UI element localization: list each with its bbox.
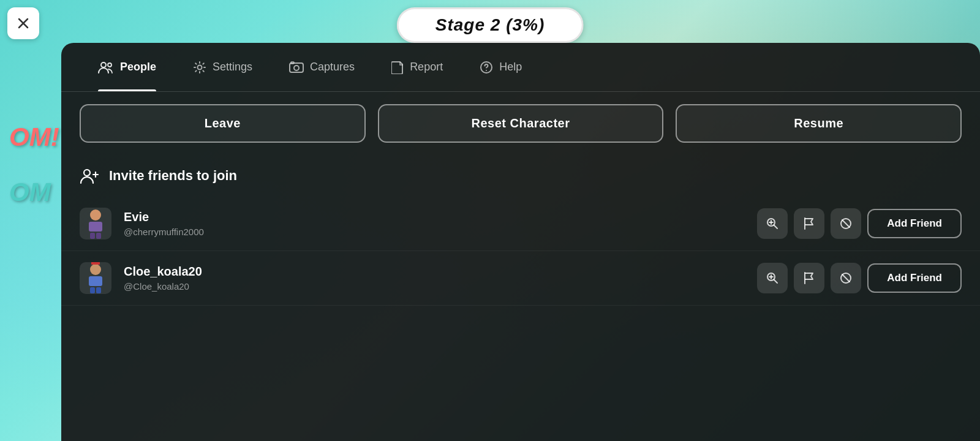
add-friend-button[interactable]: Add Friend (867, 209, 962, 238)
tab-help[interactable]: Help (461, 43, 540, 91)
help-icon (480, 61, 493, 74)
player-actions: Add Friend (757, 208, 962, 239)
deco-om-2: OM (9, 178, 51, 207)
menu-panel: People Settings Captures (61, 43, 980, 441)
people-icon (98, 61, 114, 74)
add-friend-button[interactable]: Add Friend (867, 263, 962, 293)
player-info: Evie @cherrymuffin2000 (124, 210, 745, 237)
player-row: Evie @cherrymuffin2000 (61, 197, 980, 251)
close-button[interactable] (7, 7, 39, 39)
tab-people[interactable]: People (80, 43, 175, 91)
tab-settings[interactable]: Settings (175, 43, 271, 91)
leave-button[interactable]: Leave (80, 104, 366, 143)
tab-help-label: Help (499, 61, 522, 74)
avatar-figure (85, 264, 107, 292)
svg-point-9 (486, 70, 487, 71)
svg-point-3 (108, 63, 111, 67)
block-player-button[interactable] (831, 208, 861, 239)
invite-text: Invite friends to join (109, 168, 237, 184)
close-icon (17, 17, 29, 29)
inspect-button[interactable] (757, 208, 788, 239)
settings-icon (193, 61, 206, 74)
resume-button[interactable]: Resume (676, 104, 962, 143)
svg-line-18 (774, 280, 778, 284)
avatar-figure (85, 209, 107, 238)
report-icon (391, 61, 404, 74)
svg-line-12 (774, 225, 778, 229)
svg-point-7 (294, 66, 299, 70)
report-player-button[interactable] (794, 263, 824, 293)
tab-report[interactable]: Report (373, 43, 461, 91)
player-handle: @Cloe_koala20 (124, 281, 745, 292)
svg-line-22 (842, 274, 850, 282)
player-name: Evie (124, 210, 745, 224)
svg-point-10 (84, 170, 90, 176)
block-icon (839, 217, 853, 230)
action-buttons-row: Leave Reset Character Resume (61, 92, 980, 155)
svg-point-2 (101, 62, 106, 67)
avatar (80, 208, 111, 239)
player-list: Evie @cherrymuffin2000 (61, 190, 980, 312)
inspect-button[interactable] (757, 263, 788, 293)
invite-section[interactable]: Invite friends to join (61, 155, 980, 190)
avatar (80, 262, 111, 294)
player-info: Cloe_koala20 @Cloe_koala20 (124, 265, 745, 292)
block-icon (839, 271, 853, 285)
svg-point-4 (198, 65, 202, 69)
tab-settings-label: Settings (213, 61, 252, 74)
player-handle: @cherrymuffin2000 (124, 227, 745, 237)
tab-people-label: People (120, 61, 156, 74)
tab-captures-label: Captures (310, 61, 355, 74)
flag-icon (803, 271, 815, 285)
reset-character-button[interactable]: Reset Character (378, 104, 664, 143)
player-name: Cloe_koala20 (124, 265, 745, 279)
block-player-button[interactable] (831, 263, 861, 293)
deco-om-1: OM! (9, 123, 59, 152)
invite-icon (80, 167, 99, 184)
captures-icon (289, 61, 304, 74)
player-row: Cloe_koala20 @Cloe_koala20 (61, 251, 980, 306)
stage-label: Stage 2 (3%) (397, 7, 584, 43)
svg-line-16 (842, 220, 850, 227)
tab-report-label: Report (410, 61, 443, 74)
report-player-button[interactable] (794, 208, 824, 239)
search-plus-icon (766, 217, 779, 230)
flag-icon (803, 217, 815, 230)
tab-bar: People Settings Captures (61, 43, 980, 92)
player-actions: Add Friend (757, 263, 962, 293)
tab-captures[interactable]: Captures (271, 43, 373, 91)
search-plus-icon (766, 271, 779, 285)
